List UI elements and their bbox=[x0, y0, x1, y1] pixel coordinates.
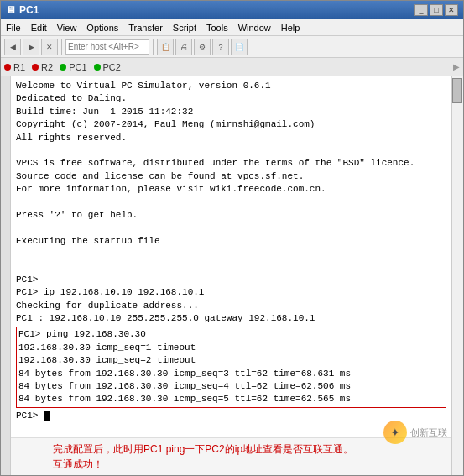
window-icon: 🖥 bbox=[6, 4, 16, 16]
host-input[interactable] bbox=[65, 39, 149, 55]
ping-command-line: PC1> ping 192.168.30.30 bbox=[18, 328, 444, 341]
copy-button[interactable]: 📋 bbox=[157, 39, 174, 55]
device-dot-r1 bbox=[4, 64, 11, 71]
title-bar-controls: _ □ ✕ bbox=[414, 4, 458, 16]
menu-bar: File Edit View Options Transfer Script T… bbox=[1, 19, 463, 36]
device-label-pc2: PC2 bbox=[103, 62, 121, 72]
stop-button[interactable]: ✕ bbox=[41, 39, 58, 55]
toolbar-sep2 bbox=[153, 39, 154, 55]
terminal-cursor bbox=[44, 411, 50, 421]
ping-output-3: 84 bytes from 192.168.30.30 icmp_seq=3 t… bbox=[18, 368, 444, 380]
scrollbar-thumb[interactable] bbox=[452, 78, 462, 103]
device-label-r2: R2 bbox=[41, 62, 53, 72]
device-bar: R1 R2 PC1 PC2 ▶ bbox=[1, 58, 463, 76]
maximize-button[interactable]: □ bbox=[430, 4, 443, 16]
device-tab-r2[interactable]: R2 bbox=[32, 62, 53, 72]
device-dot-pc1 bbox=[60, 64, 66, 71]
ping-output-2: 192.168.30.30 icmp_seq=2 timeout bbox=[18, 354, 444, 367]
settings-button[interactable]: ⚙ bbox=[194, 39, 211, 55]
device-tab-pc2[interactable]: PC2 bbox=[94, 62, 121, 72]
side-panel bbox=[1, 76, 11, 475]
menu-file[interactable]: File bbox=[4, 23, 23, 33]
watermark-text: 创新互联 bbox=[410, 426, 447, 439]
ping-output-1: 192.168.30.30 icmp_seq=1 timeout bbox=[18, 342, 444, 354]
menu-tools[interactable]: Tools bbox=[205, 23, 230, 33]
minimize-button[interactable]: _ bbox=[414, 4, 428, 16]
menu-help[interactable]: Help bbox=[279, 23, 302, 33]
title-bar-left: 🖥 PC1 bbox=[6, 4, 39, 16]
device-dot-pc2 bbox=[94, 64, 101, 71]
ping-output-4: 84 bytes from 192.168.30.30 icmp_seq=4 t… bbox=[18, 380, 444, 393]
forward-button[interactable]: ▶ bbox=[23, 39, 39, 55]
menu-window[interactable]: Window bbox=[237, 23, 273, 33]
ping-block: PC1> ping 192.168.30.30 192.168.30.30 ic… bbox=[16, 327, 446, 407]
device-dot-r2 bbox=[32, 64, 39, 71]
watermark-icon: ✦ bbox=[383, 421, 407, 444]
main-area: Welcome to Virtual PC Simulator, version… bbox=[1, 76, 463, 475]
terminal[interactable]: Welcome to Virtual PC Simulator, version… bbox=[11, 76, 451, 437]
scrollbar[interactable] bbox=[451, 76, 463, 475]
close-button[interactable]: ✕ bbox=[445, 4, 458, 16]
menu-options[interactable]: Options bbox=[85, 23, 120, 33]
tab-indicator: ▶ bbox=[453, 62, 460, 71]
menu-edit[interactable]: Edit bbox=[29, 23, 49, 33]
title-bar: 🖥 PC1 _ □ ✕ bbox=[1, 1, 463, 19]
terminal-welcome: Welcome to Virtual PC Simulator, version… bbox=[16, 80, 446, 325]
menu-view[interactable]: View bbox=[55, 23, 79, 33]
main-window: 🖥 PC1 _ □ ✕ File Edit View Options Trans… bbox=[0, 0, 464, 476]
device-label-r1: R1 bbox=[13, 62, 25, 72]
device-tab-pc1[interactable]: PC1 bbox=[60, 62, 86, 72]
toolbar-sep1 bbox=[61, 39, 62, 55]
terminal-final-prompt: PC1> bbox=[16, 410, 446, 422]
print-button[interactable]: 🖨 bbox=[175, 39, 192, 55]
back-button[interactable]: ◀ bbox=[4, 39, 21, 55]
terminal-container: Welcome to Virtual PC Simulator, version… bbox=[11, 76, 451, 475]
annotation-line2: 互通成功！ bbox=[53, 457, 445, 472]
watermark: ✦ 创新互联 bbox=[383, 421, 447, 444]
help-button[interactable]: ? bbox=[212, 39, 229, 55]
doc-button[interactable]: 📄 bbox=[231, 39, 248, 55]
menu-script[interactable]: Script bbox=[171, 23, 198, 33]
device-label-pc1: PC1 bbox=[69, 62, 86, 72]
window-title: PC1 bbox=[19, 4, 39, 16]
menu-transfer[interactable]: Transfer bbox=[127, 23, 164, 33]
device-tab-r1[interactable]: R1 bbox=[4, 62, 25, 72]
toolbar: ◀ ▶ ✕ 📋 🖨 ⚙ ? 📄 bbox=[1, 36, 463, 58]
ping-output-5: 84 bytes from 192.168.30.30 icmp_seq=5 t… bbox=[18, 393, 444, 405]
